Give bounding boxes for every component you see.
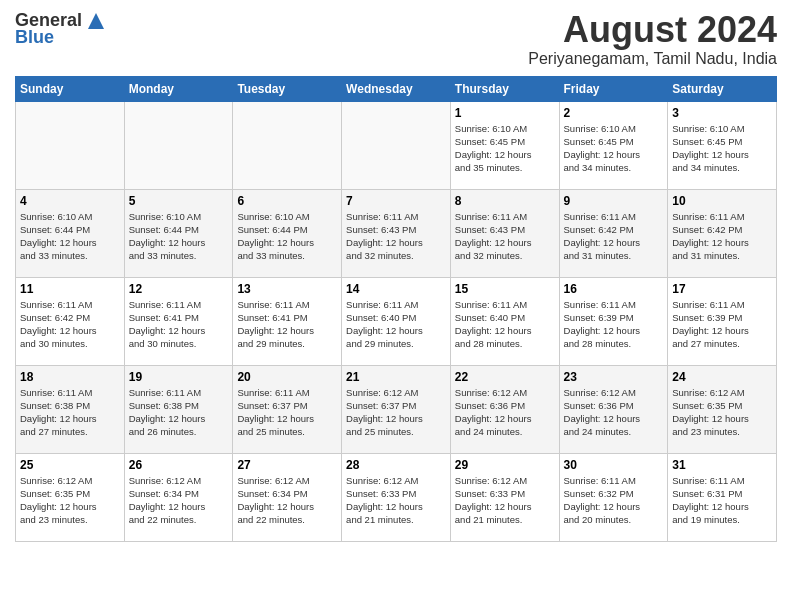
day-info: Sunrise: 6:11 AM Sunset: 6:42 PM Dayligh…	[564, 210, 664, 263]
calendar-cell: 15Sunrise: 6:11 AM Sunset: 6:40 PM Dayli…	[450, 277, 559, 365]
calendar-cell: 9Sunrise: 6:11 AM Sunset: 6:42 PM Daylig…	[559, 189, 668, 277]
calendar-week-row: 1Sunrise: 6:10 AM Sunset: 6:45 PM Daylig…	[16, 101, 777, 189]
day-header-tuesday: Tuesday	[233, 76, 342, 101]
calendar-cell	[124, 101, 233, 189]
day-info: Sunrise: 6:11 AM Sunset: 6:42 PM Dayligh…	[672, 210, 772, 263]
day-number: 22	[455, 370, 555, 384]
day-info: Sunrise: 6:11 AM Sunset: 6:43 PM Dayligh…	[346, 210, 446, 263]
day-number: 19	[129, 370, 229, 384]
day-info: Sunrise: 6:12 AM Sunset: 6:33 PM Dayligh…	[455, 474, 555, 527]
calendar-cell: 13Sunrise: 6:11 AM Sunset: 6:41 PM Dayli…	[233, 277, 342, 365]
day-number: 13	[237, 282, 337, 296]
day-info: Sunrise: 6:12 AM Sunset: 6:37 PM Dayligh…	[346, 386, 446, 439]
calendar-cell: 16Sunrise: 6:11 AM Sunset: 6:39 PM Dayli…	[559, 277, 668, 365]
day-info: Sunrise: 6:12 AM Sunset: 6:34 PM Dayligh…	[237, 474, 337, 527]
title-block: August 2024 Periyanegamam, Tamil Nadu, I…	[528, 10, 777, 68]
day-number: 24	[672, 370, 772, 384]
day-number: 12	[129, 282, 229, 296]
calendar-cell: 2Sunrise: 6:10 AM Sunset: 6:45 PM Daylig…	[559, 101, 668, 189]
day-number: 31	[672, 458, 772, 472]
calendar-cell: 30Sunrise: 6:11 AM Sunset: 6:32 PM Dayli…	[559, 453, 668, 541]
calendar-cell: 5Sunrise: 6:10 AM Sunset: 6:44 PM Daylig…	[124, 189, 233, 277]
day-info: Sunrise: 6:11 AM Sunset: 6:38 PM Dayligh…	[20, 386, 120, 439]
day-info: Sunrise: 6:11 AM Sunset: 6:39 PM Dayligh…	[564, 298, 664, 351]
calendar-cell: 12Sunrise: 6:11 AM Sunset: 6:41 PM Dayli…	[124, 277, 233, 365]
day-info: Sunrise: 6:11 AM Sunset: 6:43 PM Dayligh…	[455, 210, 555, 263]
day-number: 16	[564, 282, 664, 296]
calendar-cell: 24Sunrise: 6:12 AM Sunset: 6:35 PM Dayli…	[668, 365, 777, 453]
calendar-cell: 10Sunrise: 6:11 AM Sunset: 6:42 PM Dayli…	[668, 189, 777, 277]
day-info: Sunrise: 6:12 AM Sunset: 6:35 PM Dayligh…	[672, 386, 772, 439]
location-title: Periyanegamam, Tamil Nadu, India	[528, 50, 777, 68]
calendar-cell: 20Sunrise: 6:11 AM Sunset: 6:37 PM Dayli…	[233, 365, 342, 453]
calendar-week-row: 25Sunrise: 6:12 AM Sunset: 6:35 PM Dayli…	[16, 453, 777, 541]
day-number: 21	[346, 370, 446, 384]
day-number: 30	[564, 458, 664, 472]
day-info: Sunrise: 6:12 AM Sunset: 6:36 PM Dayligh…	[455, 386, 555, 439]
calendar-cell: 3Sunrise: 6:10 AM Sunset: 6:45 PM Daylig…	[668, 101, 777, 189]
day-info: Sunrise: 6:11 AM Sunset: 6:37 PM Dayligh…	[237, 386, 337, 439]
day-number: 25	[20, 458, 120, 472]
calendar-cell: 28Sunrise: 6:12 AM Sunset: 6:33 PM Dayli…	[342, 453, 451, 541]
day-number: 29	[455, 458, 555, 472]
day-header-friday: Friday	[559, 76, 668, 101]
day-header-monday: Monday	[124, 76, 233, 101]
day-number: 11	[20, 282, 120, 296]
calendar-cell: 25Sunrise: 6:12 AM Sunset: 6:35 PM Dayli…	[16, 453, 125, 541]
day-info: Sunrise: 6:10 AM Sunset: 6:45 PM Dayligh…	[672, 122, 772, 175]
day-header-wednesday: Wednesday	[342, 76, 451, 101]
day-info: Sunrise: 6:11 AM Sunset: 6:32 PM Dayligh…	[564, 474, 664, 527]
day-info: Sunrise: 6:11 AM Sunset: 6:40 PM Dayligh…	[455, 298, 555, 351]
day-number: 10	[672, 194, 772, 208]
logo: General Blue	[15, 10, 106, 48]
day-info: Sunrise: 6:11 AM Sunset: 6:38 PM Dayligh…	[129, 386, 229, 439]
month-title: August 2024	[528, 10, 777, 50]
logo-icon	[86, 11, 106, 31]
day-info: Sunrise: 6:11 AM Sunset: 6:39 PM Dayligh…	[672, 298, 772, 351]
day-info: Sunrise: 6:10 AM Sunset: 6:45 PM Dayligh…	[455, 122, 555, 175]
day-info: Sunrise: 6:10 AM Sunset: 6:44 PM Dayligh…	[237, 210, 337, 263]
calendar-week-row: 4Sunrise: 6:10 AM Sunset: 6:44 PM Daylig…	[16, 189, 777, 277]
calendar-cell: 4Sunrise: 6:10 AM Sunset: 6:44 PM Daylig…	[16, 189, 125, 277]
day-info: Sunrise: 6:11 AM Sunset: 6:31 PM Dayligh…	[672, 474, 772, 527]
day-number: 2	[564, 106, 664, 120]
day-number: 20	[237, 370, 337, 384]
day-number: 18	[20, 370, 120, 384]
day-info: Sunrise: 6:10 AM Sunset: 6:44 PM Dayligh…	[129, 210, 229, 263]
calendar-cell: 31Sunrise: 6:11 AM Sunset: 6:31 PM Dayli…	[668, 453, 777, 541]
calendar-cell: 27Sunrise: 6:12 AM Sunset: 6:34 PM Dayli…	[233, 453, 342, 541]
calendar-cell: 22Sunrise: 6:12 AM Sunset: 6:36 PM Dayli…	[450, 365, 559, 453]
calendar-cell: 17Sunrise: 6:11 AM Sunset: 6:39 PM Dayli…	[668, 277, 777, 365]
day-number: 1	[455, 106, 555, 120]
day-info: Sunrise: 6:11 AM Sunset: 6:41 PM Dayligh…	[237, 298, 337, 351]
calendar-cell	[233, 101, 342, 189]
calendar-cell: 8Sunrise: 6:11 AM Sunset: 6:43 PM Daylig…	[450, 189, 559, 277]
calendar-table: SundayMondayTuesdayWednesdayThursdayFrid…	[15, 76, 777, 542]
calendar-week-row: 18Sunrise: 6:11 AM Sunset: 6:38 PM Dayli…	[16, 365, 777, 453]
logo-blue-text: Blue	[15, 27, 54, 48]
calendar-cell: 6Sunrise: 6:10 AM Sunset: 6:44 PM Daylig…	[233, 189, 342, 277]
calendar-cell: 11Sunrise: 6:11 AM Sunset: 6:42 PM Dayli…	[16, 277, 125, 365]
calendar-cell: 29Sunrise: 6:12 AM Sunset: 6:33 PM Dayli…	[450, 453, 559, 541]
day-number: 17	[672, 282, 772, 296]
calendar-cell: 21Sunrise: 6:12 AM Sunset: 6:37 PM Dayli…	[342, 365, 451, 453]
svg-marker-0	[88, 13, 104, 29]
day-number: 23	[564, 370, 664, 384]
day-number: 8	[455, 194, 555, 208]
day-info: Sunrise: 6:11 AM Sunset: 6:41 PM Dayligh…	[129, 298, 229, 351]
calendar-cell: 26Sunrise: 6:12 AM Sunset: 6:34 PM Dayli…	[124, 453, 233, 541]
day-info: Sunrise: 6:12 AM Sunset: 6:34 PM Dayligh…	[129, 474, 229, 527]
day-number: 3	[672, 106, 772, 120]
day-header-saturday: Saturday	[668, 76, 777, 101]
day-info: Sunrise: 6:11 AM Sunset: 6:42 PM Dayligh…	[20, 298, 120, 351]
day-number: 5	[129, 194, 229, 208]
calendar-cell: 7Sunrise: 6:11 AM Sunset: 6:43 PM Daylig…	[342, 189, 451, 277]
day-number: 9	[564, 194, 664, 208]
day-header-sunday: Sunday	[16, 76, 125, 101]
day-header-thursday: Thursday	[450, 76, 559, 101]
day-info: Sunrise: 6:12 AM Sunset: 6:36 PM Dayligh…	[564, 386, 664, 439]
calendar-header-row: SundayMondayTuesdayWednesdayThursdayFrid…	[16, 76, 777, 101]
day-number: 6	[237, 194, 337, 208]
page-header: General Blue August 2024 Periyanegamam, …	[15, 10, 777, 68]
calendar-cell: 14Sunrise: 6:11 AM Sunset: 6:40 PM Dayli…	[342, 277, 451, 365]
